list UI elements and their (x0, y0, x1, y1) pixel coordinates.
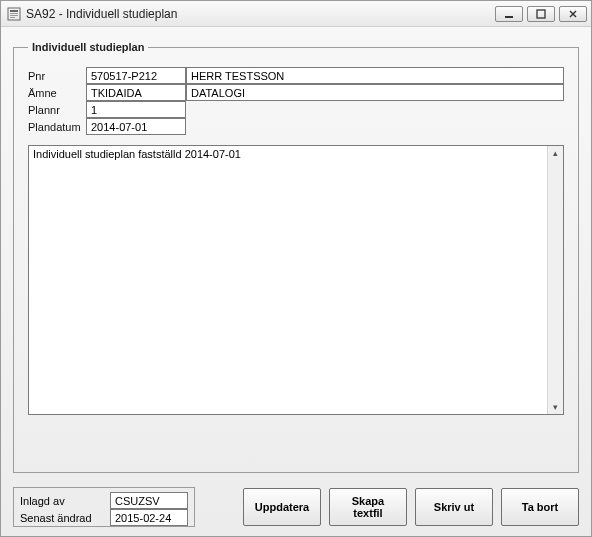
svg-rect-4 (10, 17, 15, 18)
notes-area: Individuell studieplan fastställd 2014-0… (28, 145, 564, 415)
close-button[interactable] (559, 6, 587, 22)
content-area: Individuell studieplan Pnr Ämne Plannr (1, 27, 591, 537)
svg-line-8 (570, 11, 576, 17)
plannr-field[interactable] (86, 101, 186, 118)
pnr-label: Pnr (28, 69, 86, 83)
action-buttons: Uppdatera Skapa textfil Skriv ut Ta bort (243, 487, 579, 527)
senast-label: Senast ändrad (20, 512, 110, 524)
inlagd-field[interactable] (110, 492, 188, 509)
pnr-field[interactable] (86, 67, 186, 84)
name-field[interactable] (186, 67, 564, 84)
amne-name-field[interactable] (186, 84, 564, 101)
group-legend: Individuell studieplan (28, 41, 148, 53)
app-icon (7, 7, 21, 21)
minimize-button[interactable] (495, 6, 523, 22)
uppdatera-button[interactable]: Uppdatera (243, 488, 321, 526)
svg-line-7 (570, 11, 576, 17)
senast-field[interactable] (110, 509, 188, 526)
skapa-textfil-button[interactable]: Skapa textfil (329, 488, 407, 526)
tabort-button[interactable]: Ta bort (501, 488, 579, 526)
amne-label: Ämne (28, 86, 86, 100)
plandatum-label: Plandatum (28, 120, 86, 134)
window-title: SA92 - Individuell studieplan (26, 7, 495, 21)
inlagd-label: Inlagd av (20, 495, 110, 507)
titlebar[interactable]: SA92 - Individuell studieplan (1, 1, 591, 27)
notes-textarea[interactable]: Individuell studieplan fastställd 2014-0… (29, 146, 547, 414)
meta-box: Inlagd av Senast ändrad (13, 487, 195, 527)
form-grid: Pnr Ämne Plannr Plandatum (28, 67, 564, 135)
window-frame: SA92 - Individuell studieplan Individuel… (0, 0, 592, 537)
scrollbar[interactable]: ▴ ▾ (547, 146, 563, 414)
svg-rect-1 (10, 10, 18, 12)
plandatum-field[interactable] (86, 118, 186, 135)
plannr-label: Plannr (28, 103, 86, 117)
scroll-up-icon[interactable]: ▴ (549, 146, 563, 160)
scroll-down-icon[interactable]: ▾ (549, 400, 563, 414)
maximize-button[interactable] (527, 6, 555, 22)
svg-rect-6 (537, 10, 545, 18)
window-buttons (495, 6, 587, 22)
svg-rect-2 (10, 13, 18, 14)
bottom-row: Inlagd av Senast ändrad Uppdatera Skapa … (13, 487, 579, 527)
studieplan-group: Individuell studieplan Pnr Ämne Plannr (13, 41, 579, 473)
skrivut-button[interactable]: Skriv ut (415, 488, 493, 526)
svg-rect-3 (10, 15, 18, 16)
amne-code-field[interactable] (86, 84, 186, 101)
svg-rect-5 (505, 16, 513, 18)
